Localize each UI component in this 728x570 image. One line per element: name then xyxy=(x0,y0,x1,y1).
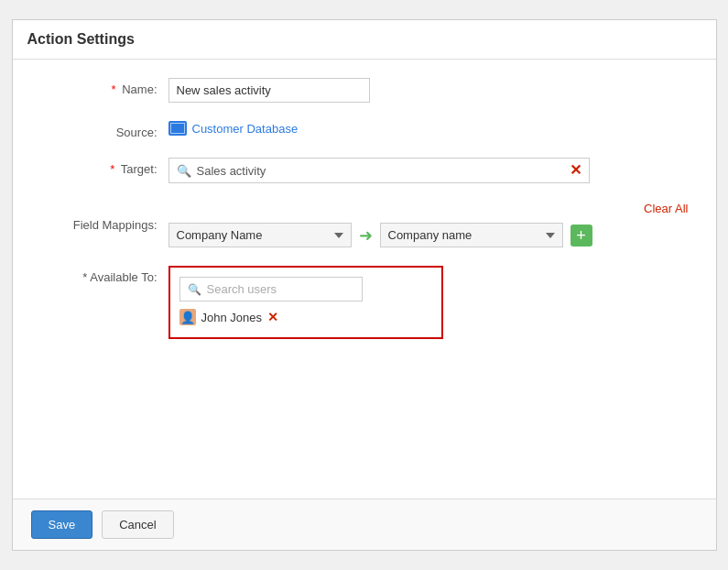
user-search-box[interactable]: 🔍 Search users xyxy=(179,277,363,301)
field-mappings-controls: Clear All Company Name ➜ Company name + xyxy=(168,202,689,247)
field-mappings-row: Field Mappings: Clear All Company Name ➜… xyxy=(40,202,689,247)
user-remove-button[interactable]: ✕ xyxy=(267,310,278,324)
source-database-icon xyxy=(168,121,187,136)
dialog-title: Action Settings xyxy=(13,20,716,60)
user-search-icon: 🔍 xyxy=(188,283,201,296)
name-row: * Name: xyxy=(40,78,689,103)
save-button[interactable]: Save xyxy=(31,510,93,539)
target-label: * Target: xyxy=(40,158,168,176)
name-required-star: * xyxy=(112,82,116,96)
name-input[interactable] xyxy=(168,78,370,103)
field-mappings-label: Field Mappings: xyxy=(40,218,168,232)
target-control-area: 🔍 Sales activity ✕ xyxy=(168,158,689,183)
user-avatar: 👤 xyxy=(179,309,196,325)
source-link[interactable]: Customer Database xyxy=(168,121,299,136)
cancel-button[interactable]: Cancel xyxy=(102,510,173,539)
user-search-placeholder: Search users xyxy=(207,282,277,296)
dialog-footer: Save Cancel xyxy=(13,499,716,550)
user-avatar-icon: 👤 xyxy=(180,311,195,324)
user-row: 👤 John Jones ✕ xyxy=(179,309,432,325)
name-label: * Name: xyxy=(40,78,168,96)
field-mappings-top: Clear All xyxy=(168,202,689,215)
available-to-label: * Available To: xyxy=(40,266,168,284)
mapping-arrow-icon: ➜ xyxy=(359,225,373,246)
source-text: Customer Database xyxy=(192,122,299,136)
available-to-box: 🔍 Search users 👤 John Jones ✕ xyxy=(168,266,443,339)
target-required-star: * xyxy=(110,162,114,176)
mapping-from-select[interactable]: Company Name xyxy=(168,223,352,247)
source-row: Source: Customer Database xyxy=(40,121,689,139)
add-mapping-button[interactable]: + xyxy=(570,225,592,247)
source-control-area: Customer Database xyxy=(168,121,689,136)
clear-all-button[interactable]: Clear All xyxy=(644,202,688,215)
target-value: Sales activity xyxy=(197,164,570,178)
available-to-section: * Available To: 🔍 Search users 👤 John Jo… xyxy=(40,266,689,339)
user-name: John Jones xyxy=(201,311,263,324)
target-clear-button[interactable]: ✕ xyxy=(570,163,581,178)
mapping-row: Company Name ➜ Company name + xyxy=(168,223,689,247)
name-control-area xyxy=(168,78,689,103)
dialog-body: * Name: Source: Customer Database * Targ… xyxy=(13,60,716,499)
target-search-icon: 🔍 xyxy=(177,164,191,178)
mapping-to-select[interactable]: Company name xyxy=(380,223,563,247)
action-settings-dialog: Action Settings * Name: Source: Customer… xyxy=(12,19,717,551)
target-row: * Target: 🔍 Sales activity ✕ xyxy=(40,158,689,183)
available-to-required-star: * xyxy=(82,270,87,284)
source-label: Source: xyxy=(40,121,168,139)
target-search-box[interactable]: 🔍 Sales activity ✕ xyxy=(168,158,590,183)
